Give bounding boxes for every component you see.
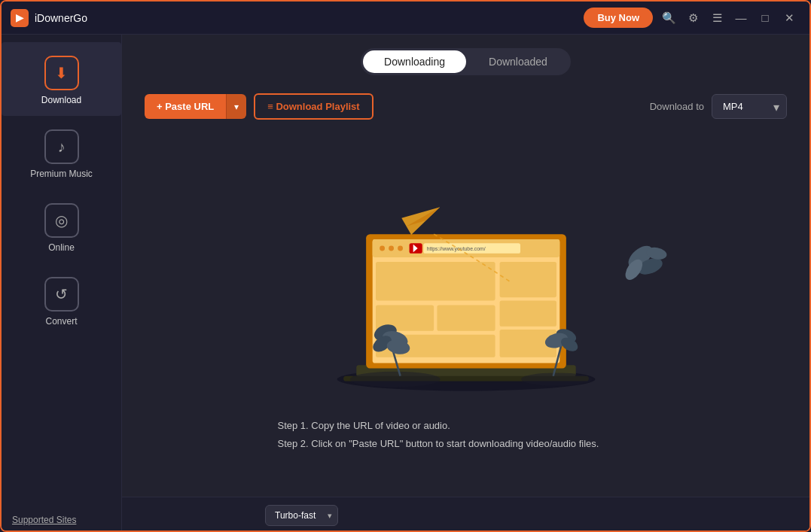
svg-rect-15: [437, 306, 495, 331]
supported-sites-link[interactable]: Supported Sites: [12, 515, 76, 525]
sidebar: ⬇ Download ♪ Premium Music ◎ Online ↺ Co…: [2, 35, 122, 532]
title-bar-right: Buy Now 🔍 ⚙ ☰ — □ ✕: [584, 7, 800, 29]
tab-bar: Downloading Downloaded: [122, 35, 809, 87]
svg-point-7: [389, 246, 394, 251]
buy-now-button[interactable]: Buy Now: [584, 8, 653, 28]
settings-icon-btn[interactable]: ⚙: [681, 7, 704, 29]
illustration-area: https://www.youtube.com/: [122, 132, 809, 497]
format-select-wrapper: MP4 MP3 AVI MOV MKV: [712, 94, 787, 119]
download-icon-wrapper: ⬇: [44, 56, 79, 90]
online-icon-wrapper: ◎: [44, 203, 79, 238]
paste-url-dropdown-button[interactable]: ▾: [226, 94, 246, 119]
svg-text:https://www.youtube.com/: https://www.youtube.com/: [426, 247, 485, 253]
tab-downloading[interactable]: Downloading: [363, 50, 466, 73]
download-to-label: Download to: [650, 101, 704, 112]
download-to-section: Download to MP4 MP3 AVI MOV MKV: [650, 94, 787, 119]
title-bar-left: ▶ iDownerGo: [11, 9, 87, 27]
download-icon: ⬇: [55, 64, 68, 82]
laptop-scene: https://www.youtube.com/: [240, 169, 692, 409]
format-select[interactable]: MP4 MP3 AVI MOV MKV: [712, 94, 787, 119]
minimize-button[interactable]: —: [730, 7, 752, 29]
sidebar-item-online-label: Online: [48, 242, 75, 253]
step1-text: Step 1. Copy the URL of video or audio.: [278, 417, 654, 434]
turbo-select-wrapper: Turbo-fast Fast Normal: [265, 505, 338, 526]
window-controls: 🔍 ⚙ ☰ — □ ✕: [657, 7, 800, 29]
paste-url-button[interactable]: + Paste URL: [145, 94, 226, 119]
title-bar: ▶ iDownerGo Buy Now 🔍 ⚙ ☰ — □ ✕: [2, 2, 809, 35]
sidebar-item-premium-music[interactable]: ♪ Premium Music: [2, 116, 121, 190]
sidebar-item-online[interactable]: ◎ Online: [2, 190, 121, 263]
sidebar-item-premium-music-label: Premium Music: [30, 169, 93, 179]
convert-icon: ↺: [55, 285, 68, 303]
svg-rect-17: [499, 262, 556, 297]
sidebar-bottom: Supported Sites: [2, 505, 121, 532]
content-area: Downloading Downloaded + Paste URL ▾ ≡ D…: [122, 35, 809, 532]
close-button[interactable]: ✕: [778, 7, 800, 29]
footer: Turbo-fast Fast Normal: [122, 497, 809, 532]
svg-point-20: [349, 372, 440, 388]
tab-group: Downloading Downloaded: [361, 48, 571, 75]
steps-text: Step 1. Copy the URL of video or audio. …: [278, 417, 654, 452]
paste-url-group: + Paste URL ▾: [145, 94, 246, 119]
turbo-speed-select[interactable]: Turbo-fast Fast Normal: [265, 505, 338, 526]
sidebar-item-convert[interactable]: ↺ Convert: [2, 263, 121, 337]
search-icon-btn[interactable]: 🔍: [657, 7, 680, 29]
maximize-button[interactable]: □: [754, 7, 776, 29]
convert-icon-wrapper: ↺: [44, 277, 79, 312]
sidebar-item-download[interactable]: ⬇ Download: [2, 42, 121, 116]
step2-text: Step 2. Click on "Paste URL" button to s…: [278, 435, 654, 452]
online-icon: ◎: [55, 211, 68, 230]
chevron-down-icon: ▾: [234, 102, 239, 112]
svg-point-8: [398, 246, 403, 251]
svg-rect-13: [376, 262, 495, 300]
toolbar: + Paste URL ▾ ≡ Download Playlist Downlo…: [122, 87, 809, 132]
sidebar-item-download-label: Download: [41, 95, 81, 105]
svg-point-6: [380, 246, 385, 251]
music-note-icon: ♪: [58, 138, 66, 156]
app-title: iDownerGo: [35, 12, 87, 24]
svg-point-26: [520, 373, 591, 386]
svg-rect-18: [499, 301, 556, 327]
laptop-illustration: https://www.youtube.com/: [240, 169, 692, 409]
download-playlist-button[interactable]: ≡ Download Playlist: [254, 93, 373, 120]
sidebar-item-convert-label: Convert: [45, 316, 77, 327]
tab-downloaded[interactable]: Downloaded: [468, 50, 569, 73]
premium-music-icon-wrapper: ♪: [44, 129, 79, 164]
menu-icon-btn[interactable]: ☰: [706, 7, 728, 29]
app-icon: ▶: [11, 9, 29, 27]
main-layout: ⬇ Download ♪ Premium Music ◎ Online ↺ Co…: [2, 35, 809, 532]
